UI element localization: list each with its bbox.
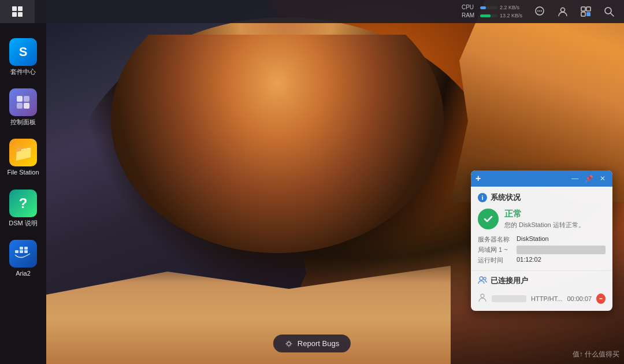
widget-minimize-button[interactable]: — [570,173,580,184]
cpu-bar [480,6,497,9]
uptime-value: 01:12:02 [517,256,606,265]
start-button[interactable] [0,0,35,23]
dock-item-file-station[interactable]: 📁 File Station [3,135,43,180]
connected-users-section: 已连接用户 HTTP/HT... 00:00:07 [471,271,612,311]
svg-rect-15 [24,96,29,102]
file-station-icon: 📁 [9,139,37,166]
person-icon [478,293,487,302]
svg-rect-9 [581,7,585,11]
dock: S 套件中心 控制面板 📁 File Station [0,23,46,364]
svg-point-5 [537,10,538,12]
suite-center-label: 套件中心 [10,68,36,76]
cpu-speed: 2.2 KB/s [500,4,519,12]
widget-controls: — 📌 ✕ [570,173,608,184]
svg-rect-21 [20,247,23,250]
svg-rect-11 [581,12,585,16]
chat-icon [534,6,545,17]
search-button[interactable] [599,1,619,22]
desktop: CPU 2.2 KB/s RAM 13.2 KB/s [0,0,624,364]
user-protocol: HTTP/HT... [531,295,562,302]
dock-item-control-panel[interactable]: 控制面板 [3,85,43,129]
svg-point-6 [539,10,540,12]
file-icon-emoji: 📁 [13,143,34,162]
server-name-label: 服务器名称 [478,235,510,244]
user-time: 00:00:07 [567,295,592,302]
sys-monitor: CPU 2.2 KB/s RAM 13.2 KB/s [462,3,522,20]
cpu-label: CPU [462,3,478,12]
search-icon [603,6,615,17]
svg-rect-22 [24,247,28,250]
cpu-bar-fill [480,6,486,9]
apps-icon [580,6,592,17]
widget-add-button[interactable]: + [476,173,481,184]
dsm-help-label: DSM 说明 [9,220,38,227]
watermark-text: 值↑ 什么值得买 [573,350,619,358]
user-disconnect-button[interactable] [596,294,606,304]
status-ok-icon [478,209,499,229]
info-grid: 服务器名称 DiskStation 局域网 1 ~ 192.168.1.100 … [478,235,606,265]
status-widget: + — 📌 ✕ i 系统状况 正常 您的 Disk [471,170,612,311]
dock-item-dsm-help[interactable]: ? DSM 说明 [3,186,43,231]
chat-button[interactable] [529,1,550,22]
user-row: HTTP/HT... 00:00:07 [478,291,606,306]
suite-icon-letter: S [19,44,28,60]
dock-item-aria2[interactable]: Aria2 [3,236,43,281]
widget-close-button[interactable]: ✕ [597,173,608,184]
svg-rect-3 [18,12,23,17]
svg-rect-12 [586,12,590,16]
system-status-title: 系统状况 [491,192,521,203]
widget-pin-button[interactable]: 📌 [584,173,594,184]
aria2-icon [9,240,37,268]
dsm-help-icon: ? [9,190,37,217]
help-icon-letter: ? [19,195,28,211]
svg-rect-17 [24,103,29,109]
svg-rect-1 [18,6,23,11]
user-button[interactable] [552,1,573,22]
control-panel-svg [14,94,32,111]
svg-rect-0 [12,6,17,11]
users-header: 已连接用户 [478,276,606,286]
system-status-header: i 系统状况 [478,192,606,203]
svg-point-24 [484,277,486,279]
bug-icon [285,340,293,348]
watermark: 值↑ 什么值得买 [573,350,619,359]
suite-center-icon: S [9,38,37,66]
control-panel-label: 控制面板 [10,118,36,126]
cpu-row: CPU 2.2 KB/s [462,3,522,12]
status-ok-text: 正常 您的 DiskStation 运转正常。 [504,209,585,229]
docker-svg [14,246,32,262]
svg-rect-16 [17,103,23,109]
checkmark-icon [482,213,495,225]
lan-value: 192.168.1.100 [517,246,606,254]
ram-bar [480,14,497,17]
widget-titlebar: + — 📌 ✕ [471,170,612,187]
status-ok-row: 正常 您的 DiskStation 运转正常。 [478,209,606,229]
svg-point-13 [605,8,611,14]
svg-point-25 [481,294,484,298]
status-info-icon: i [478,193,487,202]
group-icon [478,276,487,284]
report-bugs-button[interactable]: Report Bugs [273,335,351,352]
disconnect-icon [598,296,604,302]
status-ok-desc: 您的 DiskStation 运转正常。 [504,221,585,229]
svg-rect-19 [20,250,23,253]
ram-label: RAM [462,12,478,20]
report-bugs-label: Report Bugs [298,339,339,348]
apps-button[interactable] [575,1,596,22]
grid-icon [11,5,24,18]
svg-rect-10 [586,7,590,11]
aria2-label: Aria2 [16,270,31,277]
ram-row: RAM 13.2 KB/s [462,12,522,20]
svg-point-23 [480,277,483,280]
ram-speed: 13.2 KB/s [500,12,522,20]
server-name-value: DiskStation [517,235,606,244]
svg-point-8 [561,8,565,12]
uptime-label: 运行时间 [478,256,510,265]
svg-rect-14 [17,96,23,102]
dock-item-suite-center[interactable]: S 套件中心 [3,35,43,79]
connected-users-title: 已连接用户 [491,276,528,286]
user-name-blurred [492,295,526,302]
system-status-section: i 系统状况 正常 您的 DiskStation 运转正常。 服务器名称 Dis… [471,187,612,271]
svg-point-7 [541,10,542,12]
ram-bar-fill [480,14,491,17]
